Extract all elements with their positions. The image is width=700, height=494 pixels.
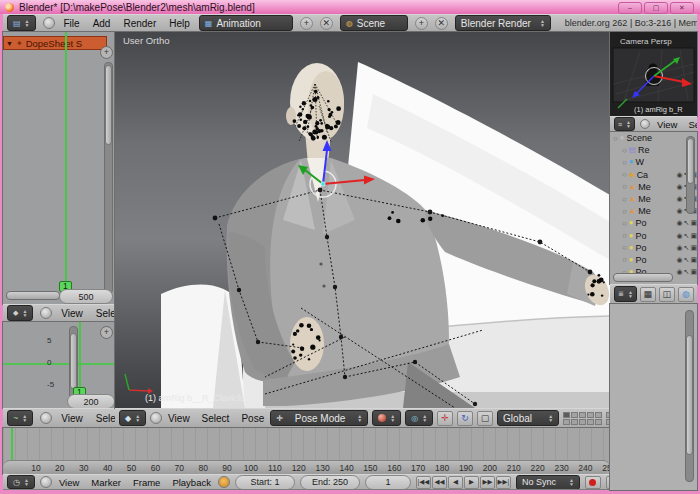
renderability-camera-icon[interactable]: ▣ xyxy=(690,244,697,252)
menu-item[interactable]: View xyxy=(59,308,85,319)
visibility-eye-icon[interactable]: ◉ xyxy=(676,244,682,252)
frame-start-field[interactable]: Start: 1 xyxy=(235,475,295,490)
visibility-eye-icon[interactable]: ◉ xyxy=(676,207,682,215)
dopesheet-range-slider[interactable]: 500 xyxy=(59,289,113,304)
renderability-camera-icon[interactable]: ▣ xyxy=(690,219,697,227)
menu-item[interactable]: Render xyxy=(121,18,158,29)
outliner-row[interactable]: ○ ▲ Me ◉ ↖ ▣ xyxy=(610,181,697,193)
renderability-camera-icon[interactable]: ▣ xyxy=(690,268,697,276)
selectability-cursor-icon[interactable]: ↖ xyxy=(684,232,690,240)
scene-selector[interactable]: ◍ Scene xyxy=(340,15,408,31)
menu-item[interactable]: Add xyxy=(91,18,113,29)
visibility-eye-icon[interactable]: ◉ xyxy=(676,183,682,191)
menu-item[interactable]: Help xyxy=(167,18,192,29)
menu-item[interactable]: Select xyxy=(200,413,232,424)
close-button[interactable]: ✕ xyxy=(670,2,694,14)
playback-button[interactable]: ▶▶ xyxy=(480,476,495,489)
outliner-row[interactable]: ○ ▤ Re ◉ ↖ ▣ xyxy=(610,144,697,156)
dopesheet-horizontal-scrollbar[interactable] xyxy=(6,291,60,300)
renderability-camera-icon[interactable]: ▣ xyxy=(690,232,697,240)
camera-preview-canvas[interactable]: Camera Persp (1) amRig b_R xyxy=(610,32,697,116)
menu-item[interactable]: View xyxy=(59,413,85,424)
editor-type-selector-outliner[interactable]: ≡ ▲▼ xyxy=(614,117,635,131)
collapse-menus-toggle[interactable] xyxy=(640,119,650,129)
playback-button[interactable]: ▶ xyxy=(464,476,479,489)
playback-button[interactable]: ◀◀ xyxy=(432,476,447,489)
playback-button[interactable]: |◀◀ xyxy=(416,476,431,489)
timeline-ruler[interactable]: 1020304050607080901001101201301401501601… xyxy=(3,460,610,474)
maximize-button[interactable]: ▢ xyxy=(644,2,668,14)
editor-type-selector-3dview[interactable]: ◆ ▲▼ xyxy=(119,410,146,426)
collapse-menus-toggle[interactable] xyxy=(40,476,52,488)
editor-type-selector-properties[interactable]: ≣ ▲▼ xyxy=(614,286,637,302)
graph-range-slider[interactable]: 200 xyxy=(67,394,115,408)
selectability-cursor-icon[interactable]: ↖ xyxy=(684,219,690,227)
current-frame-field[interactable]: 1 xyxy=(365,475,411,490)
playback-button[interactable]: ▶▶| xyxy=(496,476,511,489)
delete-scene-button[interactable]: ✕ xyxy=(435,17,448,30)
render-engine-selector[interactable]: Blender Render ▲▼ xyxy=(455,15,551,31)
collapse-menus-toggle[interactable] xyxy=(40,412,52,424)
editor-type-selector-dopesheet[interactable]: ◆ ▲▼ xyxy=(7,305,33,321)
manipulator-translate-button[interactable]: ✛ xyxy=(437,411,453,426)
world-tab-icon[interactable]: ◍ xyxy=(678,287,694,302)
dopesheet-summary-channel[interactable]: ▼ ✦ DopeSheet S xyxy=(3,36,107,50)
outliner-row[interactable]: ○ ● Po ◉ ↖ ▣ xyxy=(610,242,697,254)
dopesheet-vertical-scrollbar[interactable] xyxy=(104,62,113,294)
add-scene-button[interactable]: + xyxy=(415,17,428,30)
menu-item[interactable]: Playback xyxy=(170,477,213,488)
outliner-row[interactable]: ○ ● Po ◉ ↖ ▣ xyxy=(610,230,697,242)
dopesheet-playhead[interactable] xyxy=(65,32,67,284)
outliner-row[interactable]: ○ ● Scene ◉ ↖ ▣ xyxy=(610,132,697,144)
viewport-3d[interactable]: User Ortho (1) amRig b__R_Clavicle__ xyxy=(115,32,610,408)
outliner-row[interactable]: ○ ▲ Me ◉ ↖ ▣ xyxy=(610,193,697,205)
minimize-button[interactable]: – xyxy=(618,2,642,14)
graph-editor[interactable]: 50-5 + 1 200 xyxy=(3,322,115,408)
timeline-playhead[interactable] xyxy=(11,428,13,461)
menu-item[interactable]: View xyxy=(57,477,81,488)
manipulator-scale-button[interactable]: ▢ xyxy=(477,411,493,426)
collapse-menus-toggle[interactable] xyxy=(40,307,52,319)
render-tab-icon[interactable]: ▦ xyxy=(640,287,656,302)
layers-widget-left[interactable] xyxy=(563,412,602,425)
frame-end-field[interactable]: End: 250 xyxy=(300,475,360,490)
dopesheet-region-expand-icon[interactable]: + xyxy=(100,46,113,59)
visibility-eye-icon[interactable]: ◉ xyxy=(676,195,682,203)
auto-keyframe-record-button[interactable] xyxy=(585,476,601,489)
selectability-cursor-icon[interactable]: ↖ xyxy=(684,256,690,264)
menu-item[interactable]: View xyxy=(655,119,679,130)
menu-item[interactable]: Pose xyxy=(239,413,266,424)
outliner-tree[interactable]: ○ ● Scene ◉ ↖ ▣ ○ ▤ Re ◉ ↖ ▣ ○ ● xyxy=(610,132,697,284)
outliner-vertical-scrollbar[interactable] xyxy=(686,136,695,214)
screen-layout-selector[interactable]: ▦ Animation xyxy=(199,15,293,31)
delete-layout-button[interactable]: ✕ xyxy=(320,17,333,30)
visibility-eye-icon[interactable]: ◉ xyxy=(676,232,682,240)
playback-button[interactable]: ◀ xyxy=(448,476,463,489)
camera-preview-viewport[interactable]: Camera Persp (1) amRig b_R xyxy=(610,32,697,116)
scene-tab-icon[interactable]: ◫ xyxy=(659,287,675,302)
collapse-menus-toggle[interactable] xyxy=(150,412,162,424)
timeline-editor[interactable]: 1020304050607080901001101201301401501601… xyxy=(3,428,610,474)
menu-item[interactable]: View xyxy=(166,413,192,424)
renderability-camera-icon[interactable]: ▣ xyxy=(690,256,697,264)
outliner-row[interactable]: ○ ▲ Me ◉ ↖ ▣ xyxy=(610,205,697,217)
manipulator-rotate-button[interactable]: ↻ xyxy=(457,411,473,426)
menu-item[interactable]: File xyxy=(62,18,82,29)
sync-mode-selector[interactable]: No Sync ▲▼ xyxy=(516,475,580,490)
mode-selector[interactable]: ✛ Pose Mode ▲▼ xyxy=(270,410,368,426)
selectability-cursor-icon[interactable]: ↖ xyxy=(684,268,690,276)
outliner-row[interactable]: ○ ● W ◉ ↖ ▣ xyxy=(610,156,697,168)
visibility-eye-icon[interactable]: ◉ xyxy=(676,171,682,179)
menu-item[interactable]: Search xyxy=(686,119,697,130)
title-bar[interactable]: Blender* [D:\makePose\Blender2\mesh\amRi… xyxy=(0,0,700,14)
editor-type-selector-timeline[interactable]: ◷ ▲▼ xyxy=(7,475,35,489)
selectability-cursor-icon[interactable]: ↖ xyxy=(684,244,690,252)
outliner-row[interactable]: ○ ● Po ◉ ↖ ▣ xyxy=(610,217,697,229)
outliner-row[interactable]: ○ ● Po ◉ ↖ ▣ xyxy=(610,254,697,266)
viewport-canvas[interactable]: User Ortho (1) amRig b__R_Clavicle__ xyxy=(115,32,610,408)
shading-selector[interactable]: ▲▼ xyxy=(372,410,401,426)
visibility-eye-icon[interactable]: ◉ xyxy=(676,256,682,264)
properties-content[interactable] xyxy=(610,304,697,490)
graph-region-expand-icon[interactable]: + xyxy=(100,326,113,339)
menu-item[interactable]: Marker xyxy=(89,477,123,488)
